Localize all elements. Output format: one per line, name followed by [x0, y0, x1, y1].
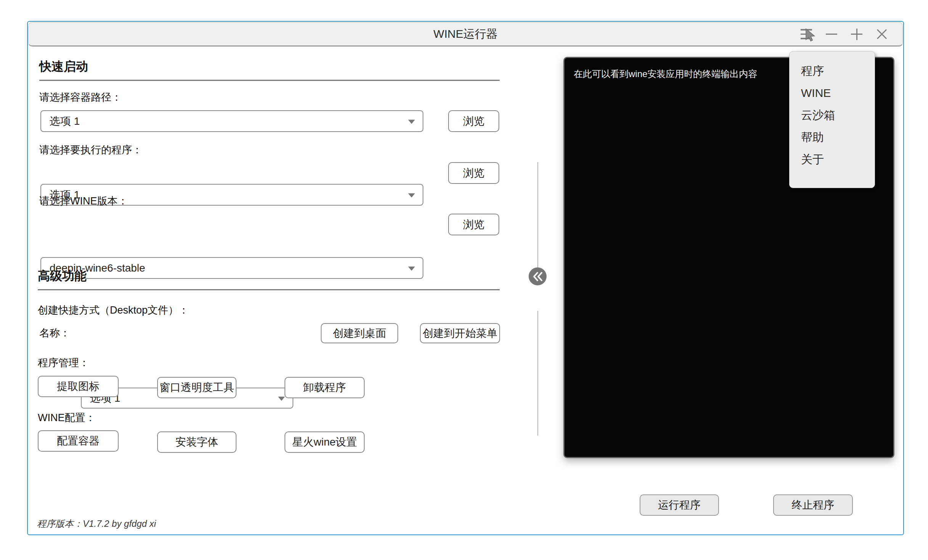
- window-opacity-tool-button[interactable]: 窗口透明度工具: [157, 377, 236, 398]
- menu-item-program[interactable]: 程序: [790, 60, 875, 82]
- install-fonts-button[interactable]: 安装字体: [157, 431, 236, 453]
- dropdown-arrow-icon: [408, 266, 415, 270]
- quick-start-heading: 快速启动: [39, 58, 88, 75]
- dropdown-arrow-icon: [278, 396, 285, 401]
- menu-item-wine[interactable]: WINE: [790, 82, 875, 104]
- shortcut-label: 创建快捷方式（Desktop文件）：: [38, 303, 189, 317]
- shortcut-name-label: 名称：: [39, 322, 70, 343]
- collapse-panel-button[interactable]: [529, 267, 547, 285]
- main-menu-popup: 程序 WINE 云沙箱 帮助 关于: [789, 51, 875, 188]
- titlebar[interactable]: WINE运行器: [28, 22, 903, 47]
- wine-runner-window: WINE运行器 快速启动: [27, 21, 904, 535]
- mouse-cursor-icon: [805, 28, 816, 42]
- close-button[interactable]: [875, 27, 889, 41]
- menu-item-help[interactable]: 帮助: [790, 126, 875, 148]
- menu-button[interactable]: [799, 27, 813, 41]
- container-path-value: 选项 1: [50, 114, 80, 129]
- wine-version-select[interactable]: deepin-wine6-stable: [40, 257, 423, 279]
- close-icon: [876, 29, 888, 40]
- create-desktop-shortcut-button[interactable]: 创建到桌面: [321, 323, 398, 343]
- minimize-icon: [826, 34, 837, 35]
- app-version-text: 程序版本：V1.7.2 by gfdgd xi: [37, 518, 156, 530]
- quick-start-divider: [39, 80, 500, 81]
- desktop: WINE运行器 快速启动: [0, 0, 928, 560]
- browse-container-button[interactable]: 浏览: [448, 110, 499, 132]
- advanced-heading: 高级功能: [38, 268, 87, 285]
- menu-item-sandbox[interactable]: 云沙箱: [790, 104, 875, 126]
- program-label: 请选择要执行的程序：: [39, 143, 142, 157]
- maximize-button[interactable]: [850, 27, 864, 41]
- create-startmenu-shortcut-button[interactable]: 创建到开始菜单: [420, 323, 500, 343]
- wine-version-label: 请选择WINE版本：: [39, 194, 128, 208]
- configure-container-button[interactable]: 配置容器: [38, 430, 119, 452]
- window-title: WINE运行器: [29, 23, 902, 46]
- terminal-placeholder-text: 在此可以看到wine安装应用时的终端输出内容: [574, 69, 757, 79]
- program-mgmt-label: 程序管理：: [38, 356, 89, 370]
- menu-item-about[interactable]: 关于: [790, 148, 875, 171]
- advanced-divider: [38, 289, 500, 290]
- wine-config-label: WINE配置：: [38, 411, 96, 425]
- panel-divider-line: [537, 162, 538, 285]
- container-path-select[interactable]: 选项 1: [40, 110, 423, 132]
- stop-program-button[interactable]: 终止程序: [773, 494, 853, 516]
- dropdown-arrow-icon: [408, 193, 415, 197]
- container-path-label: 请选择容器路径：: [39, 90, 122, 104]
- chevron-double-left-icon: [532, 271, 544, 282]
- browse-program-button[interactable]: 浏览: [448, 162, 499, 184]
- panel-divider-line: [537, 311, 538, 436]
- browse-wine-button[interactable]: 浏览: [448, 214, 499, 235]
- extract-icon-button[interactable]: 提取图标: [38, 376, 119, 397]
- run-program-button[interactable]: 运行程序: [640, 494, 719, 516]
- dropdown-arrow-icon: [408, 119, 415, 124]
- window-controls: [799, 23, 889, 46]
- minimize-button[interactable]: [825, 27, 838, 41]
- maximize-icon: [851, 28, 863, 40]
- spark-wine-settings-button[interactable]: 星火wine设置: [285, 431, 365, 453]
- uninstall-program-button[interactable]: 卸载程序: [285, 377, 365, 398]
